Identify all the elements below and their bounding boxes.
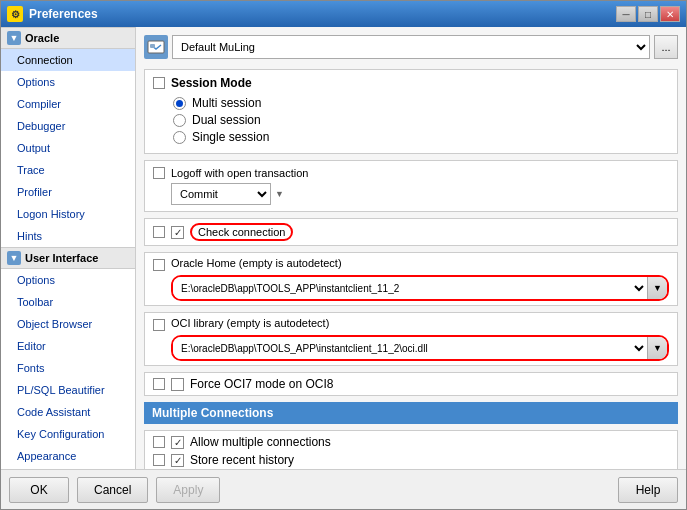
oracle-group-header[interactable]: ▼ Oracle	[1, 27, 135, 49]
multi-session-row: Multi session	[173, 96, 669, 110]
window-title: Preferences	[29, 7, 610, 21]
allow-multiple-label: Allow multiple connections	[190, 435, 331, 449]
sidebar-item-profiler[interactable]: Profiler	[1, 181, 135, 203]
sidebar: ▼ Oracle Connection Options Compiler Deb…	[1, 27, 136, 469]
oci-library-dropdown[interactable]: E:\oracleDB\app\TOOLS_APP\instantclient_…	[171, 335, 669, 361]
oci-library-row: OCI library (empty is autodetect) E:\ora…	[144, 312, 678, 366]
logoff-label: Logoff with open transaction	[171, 167, 308, 179]
profile-dropdown[interactable]: Default MuLing	[172, 35, 650, 59]
store-history-icon	[153, 454, 165, 466]
logoff-content: Logoff with open transaction Commit ▼	[171, 167, 308, 205]
oracle-home-icon	[153, 259, 165, 271]
profile-more-button[interactable]: ...	[654, 35, 678, 59]
ui-group-header[interactable]: ▼ User Interface	[1, 247, 135, 269]
oci-library-arrow: ▼	[647, 337, 667, 359]
single-session-radio[interactable]	[173, 131, 186, 144]
session-mode-icon	[153, 77, 165, 89]
dual-session-radio[interactable]	[173, 114, 186, 127]
apply-button[interactable]: Apply	[156, 477, 220, 503]
store-history-label: Store recent history	[190, 453, 294, 467]
window-icon: ⚙	[7, 6, 23, 22]
sidebar-item-code-assistant[interactable]: Code Assistant	[1, 401, 135, 423]
multiple-connections-body: Allow multiple connections Store recent …	[144, 430, 678, 469]
session-mode-options: Multi session Dual session Single sessio…	[173, 96, 669, 144]
check-connection-label: Check connection	[190, 223, 293, 241]
force-oci-row: Force OCI7 mode on OCI8	[144, 372, 678, 396]
ok-button[interactable]: OK	[9, 477, 69, 503]
force-oci-checkbox[interactable]	[171, 378, 184, 391]
check-connection-checkbox[interactable]	[171, 226, 184, 239]
bottom-bar: OK Cancel Apply Help	[1, 469, 686, 509]
multi-session-label: Multi session	[192, 96, 261, 110]
oracle-home-arrow: ▼	[647, 277, 667, 299]
oracle-group-arrow: ▼	[7, 31, 21, 45]
sidebar-item-trace[interactable]: Trace	[1, 159, 135, 181]
multiple-connections-header: Multiple Connections	[144, 402, 678, 424]
title-bar: ⚙ Preferences ─ □ ✕	[1, 1, 686, 27]
main-content: ▼ Oracle Connection Options Compiler Deb…	[1, 27, 686, 469]
force-oci-section-icon	[153, 378, 165, 390]
check-connection-row: Check connection	[144, 218, 678, 246]
oracle-home-dropdown[interactable]: E:\oracleDB\app\TOOLS_APP\instantclient_…	[171, 275, 669, 301]
sidebar-item-fonts[interactable]: Fonts	[1, 357, 135, 379]
session-mode-section: Session Mode Multi session Dual session …	[144, 69, 678, 154]
allow-multiple-icon	[153, 436, 165, 448]
ui-group-label: User Interface	[25, 252, 98, 264]
sidebar-item-toolbar[interactable]: Toolbar	[1, 291, 135, 313]
commit-select[interactable]: Commit	[171, 183, 271, 205]
sidebar-item-key-config[interactable]: Key Configuration	[1, 423, 135, 445]
sidebar-item-compiler[interactable]: Compiler	[1, 93, 135, 115]
sidebar-item-editor[interactable]: Editor	[1, 335, 135, 357]
allow-multiple-row: Allow multiple connections	[153, 435, 669, 449]
sidebar-item-appearance[interactable]: Appearance	[1, 445, 135, 467]
sidebar-item-options-ui[interactable]: Options	[1, 269, 135, 291]
sidebar-item-output[interactable]: Output	[1, 137, 135, 159]
profile-bar: Default MuLing ...	[144, 35, 678, 59]
oci-library-icon	[153, 319, 165, 331]
allow-multiple-checkbox[interactable]	[171, 436, 184, 449]
cancel-button[interactable]: Cancel	[77, 477, 148, 503]
logoff-icon	[153, 167, 165, 179]
commit-dropdown-arrow: ▼	[275, 189, 284, 199]
oci-library-select[interactable]: E:\oracleDB\app\TOOLS_APP\instantclient_…	[173, 337, 647, 359]
preferences-window: ⚙ Preferences ─ □ ✕ ▼ Oracle Connection …	[0, 0, 687, 510]
session-mode-header: Session Mode	[153, 76, 669, 90]
sidebar-item-debugger[interactable]: Debugger	[1, 115, 135, 137]
sidebar-item-plsql-beautifier[interactable]: PL/SQL Beautifier	[1, 379, 135, 401]
oracle-home-select[interactable]: E:\oracleDB\app\TOOLS_APP\instantclient_…	[173, 277, 647, 299]
single-session-row: Single session	[173, 130, 669, 144]
sidebar-item-connection[interactable]: Connection	[1, 49, 135, 71]
help-button[interactable]: Help	[618, 477, 678, 503]
close-button[interactable]: ✕	[660, 6, 680, 22]
sidebar-item-logon-history[interactable]: Logon History	[1, 203, 135, 225]
window-controls: ─ □ ✕	[616, 6, 680, 22]
main-panel: Default MuLing ... Session Mode Multi se…	[136, 27, 686, 469]
oracle-group-label: Oracle	[25, 32, 59, 44]
force-oci-label: Force OCI7 mode on OCI8	[190, 377, 333, 391]
multi-session-radio[interactable]	[173, 97, 186, 110]
sidebar-item-options-oracle[interactable]: Options	[1, 71, 135, 93]
dual-session-label: Dual session	[192, 113, 261, 127]
store-history-row: Store recent history	[153, 453, 669, 467]
oracle-home-label: Oracle Home (empty is autodetect)	[171, 257, 342, 269]
ui-group-arrow: ▼	[7, 251, 21, 265]
check-connection-section-icon	[153, 226, 165, 238]
sidebar-item-hints[interactable]: Hints	[1, 225, 135, 247]
oci-library-label: OCI library (empty is autodetect)	[171, 317, 329, 329]
maximize-button[interactable]: □	[638, 6, 658, 22]
oracle-home-row: Oracle Home (empty is autodetect) E:\ora…	[144, 252, 678, 306]
logoff-section: Logoff with open transaction Commit ▼	[144, 160, 678, 212]
minimize-button[interactable]: ─	[616, 6, 636, 22]
profile-icon	[144, 35, 168, 59]
store-history-checkbox[interactable]	[171, 454, 184, 467]
sidebar-item-object-browser[interactable]: Object Browser	[1, 313, 135, 335]
single-session-label: Single session	[192, 130, 269, 144]
svg-rect-1	[150, 44, 155, 48]
session-mode-title: Session Mode	[171, 76, 252, 90]
dual-session-row: Dual session	[173, 113, 669, 127]
